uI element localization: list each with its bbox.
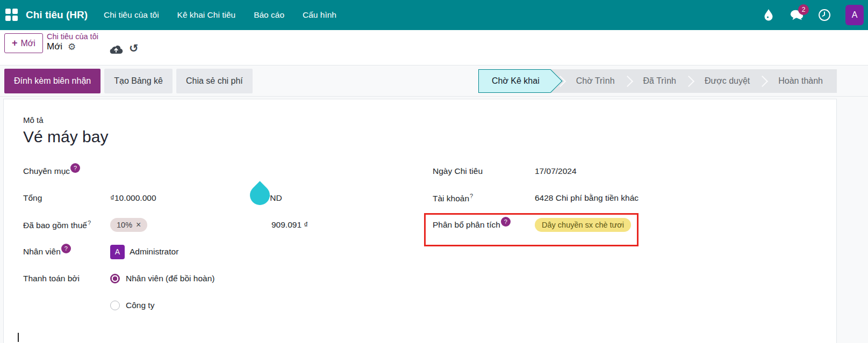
action-band: Đính kèm biên nhận Tạo Bảng kê Chia sẻ c… <box>0 65 868 97</box>
status-step-approved[interactable]: Được duyệt <box>691 69 764 93</box>
plus-icon: + <box>12 38 18 49</box>
menu-my-expenses[interactable]: Chi tiêu của tôi <box>104 10 159 20</box>
text-caret <box>18 333 19 342</box>
menu-configuration[interactable]: Cấu hình <box>303 10 336 20</box>
field-row-employee: Nhân viên? A Administrator <box>23 238 433 265</box>
user-avatar[interactable]: A <box>845 5 864 25</box>
field-row-category: Chuyên mục? <box>23 158 433 185</box>
tax-label: Đã bao gồm thuế <box>23 221 87 230</box>
field-row-date: Ngày Chi tiêu 17/07/2024 <box>433 158 820 185</box>
radio-company[interactable] <box>110 301 120 310</box>
description-value[interactable]: Vé máy bay <box>23 128 836 146</box>
breadcrumb-current: Mới <box>47 41 62 52</box>
help-icon[interactable]: ? <box>61 244 71 253</box>
radio-employee-label: Nhân viên (để bồi hoàn) <box>126 274 214 283</box>
employee-value[interactable]: Administrator <box>130 247 178 257</box>
analytic-label: Phân bổ phân tích <box>433 220 500 229</box>
attach-receipt-button[interactable]: Đính kèm biên nhận <box>4 69 101 93</box>
status-step-to-report[interactable]: Chờ Kê khai <box>478 69 551 93</box>
status-step-submitted[interactable]: Đã Trình <box>629 69 690 93</box>
field-row-paid-by-company: Công ty <box>23 292 433 319</box>
activity-drop-icon[interactable] <box>762 8 776 22</box>
status-step-to-submit[interactable]: Chờ Trình <box>562 69 629 93</box>
split-expense-button[interactable]: Chia sẻ chi phí <box>176 69 253 93</box>
app-header: Chi tiêu (HR) Chi tiêu của tôi Kê khai C… <box>0 0 868 30</box>
radio-employee-reimburse[interactable] <box>110 274 120 283</box>
gear-icon[interactable]: ⚙ <box>68 42 76 52</box>
help-icon[interactable]: ? <box>501 217 511 227</box>
apps-grid-icon[interactable] <box>5 9 18 21</box>
category-label: Chuyên mục <box>23 166 70 176</box>
paid-by-label: Thanh toán bởi <box>23 274 80 283</box>
notification-badge: 2 <box>798 4 809 15</box>
menu-reporting[interactable]: Báo cáo <box>254 10 284 20</box>
analytic-tag[interactable]: Dây chuyền sx chè tươi <box>535 218 631 232</box>
account-label: Tài khoản <box>433 194 469 203</box>
breadcrumb-parent-link[interactable]: Chi tiêu của tôi <box>47 32 98 41</box>
tax-amount: 909.091 ₫ <box>271 220 308 230</box>
menu-expense-reports[interactable]: Kê khai Chi tiêu <box>177 10 236 20</box>
top-menu: Chi tiêu của tôi Kê khai Chi tiêu Báo cá… <box>104 10 336 20</box>
app-name[interactable]: Chi tiêu (HR) <box>26 9 88 21</box>
employee-label: Nhân viên <box>23 247 61 256</box>
breadcrumb: Chi tiêu của tôi Mới ⚙ <box>47 32 98 52</box>
account-value[interactable]: 6428 Chi phí bằng tiền khác <box>535 193 639 203</box>
clock-icon[interactable] <box>817 8 831 22</box>
form-sheet: Mô tả Vé máy bay Chuyên mục? Tổng ₫10.00… <box>3 99 837 343</box>
field-row-paid-by: Thanh toán bởi Nhân viên (để bồi hoàn) <box>23 265 433 292</box>
field-row-account: Tài khoản? 6428 Chi phí bằng tiền khác <box>433 185 820 211</box>
date-value[interactable]: 17/07/2024 <box>535 166 577 176</box>
help-icon[interactable]: ? <box>70 163 80 173</box>
messages-icon[interactable]: 2 <box>790 8 804 22</box>
help-superscript: ? <box>88 220 91 226</box>
statusbar: Chờ Kê khai Chờ Trình Đã Trình Được duyệ… <box>478 69 837 93</box>
new-button[interactable]: + Mới <box>4 33 43 53</box>
help-superscript: ? <box>470 193 473 199</box>
total-label: Tổng <box>23 193 42 202</box>
employee-avatar: A <box>110 245 125 259</box>
date-label: Ngày Chi tiêu <box>433 166 483 176</box>
status-step-done[interactable]: Hoàn thành <box>764 69 837 93</box>
description-label: Mô tả <box>23 115 836 125</box>
discard-undo-icon[interactable]: ↺ <box>129 42 139 55</box>
field-row-analytic: Phân bổ phân tích? Dây chuyền sx chè tươ… <box>433 211 820 238</box>
field-row-total: Tổng ₫10.000.000 VND <box>23 185 433 211</box>
control-panel: + Mới Chi tiêu của tôi Mới ⚙ ↺ <box>0 30 868 65</box>
radio-company-label: Công ty <box>126 301 154 310</box>
save-cloud-icon[interactable] <box>109 44 123 54</box>
currency-label[interactable]: VND <box>264 193 282 203</box>
field-row-tax: Đã bao gồm thuế? 10% × 909.091 ₫ <box>23 211 433 238</box>
tax-tag[interactable]: 10% × <box>110 218 147 232</box>
create-report-button[interactable]: Tạo Bảng kê <box>104 69 173 93</box>
total-amount-input[interactable]: ₫10.000.000 <box>110 193 156 203</box>
remove-tag-icon[interactable]: × <box>136 220 141 230</box>
